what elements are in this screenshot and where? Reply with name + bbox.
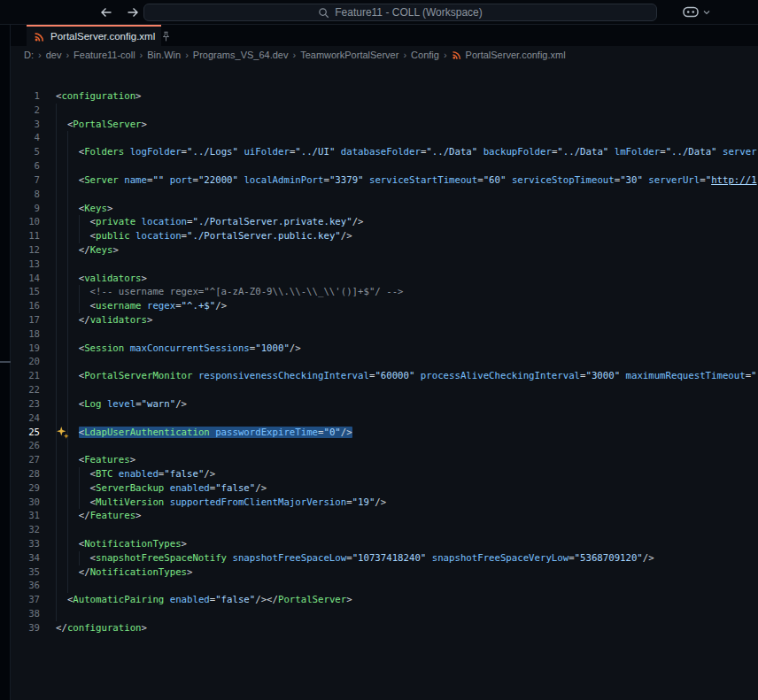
- line-number[interactable]: 38: [11, 607, 40, 621]
- line-number[interactable]: 6: [11, 159, 40, 173]
- line-number[interactable]: 39: [11, 621, 40, 635]
- code-line-content[interactable]: <snapshotFreeSpaceNotify snapshotFreeSpa…: [40, 551, 758, 565]
- line-number[interactable]: 25: [11, 426, 40, 440]
- breadcrumb-item[interactable]: Feature11-coll: [73, 50, 135, 60]
- code-line-content[interactable]: <username regex="^.+$"/>: [40, 299, 758, 313]
- code-line[interactable]: 9 <Keys>: [11, 202, 758, 216]
- code-line[interactable]: 11 <public location="./PortalServer.publ…: [11, 229, 758, 243]
- code-line-content[interactable]: <public location="./PortalServer.public.…: [40, 229, 758, 243]
- line-number[interactable]: 29: [11, 481, 40, 496]
- code-line[interactable]: 20: [11, 355, 758, 369]
- tab-portalserver-config-xml[interactable]: PortalServer.config.xml: [27, 25, 161, 46]
- line-number[interactable]: 34: [11, 551, 40, 565]
- line-number[interactable]: 32: [11, 523, 40, 537]
- line-number[interactable]: 10: [11, 215, 40, 229]
- code-line-content[interactable]: <private location="./PortalServer.privat…: [40, 215, 758, 229]
- code-line-content[interactable]: [40, 327, 758, 342]
- line-number[interactable]: 3: [11, 118, 40, 132]
- breadcrumb-item[interactable]: dev: [46, 50, 62, 60]
- line-number[interactable]: 16: [11, 299, 40, 313]
- line-number[interactable]: 19: [11, 342, 40, 356]
- code-line-content[interactable]: <PortalServerMonitor responsivenessCheck…: [40, 369, 758, 383]
- code-line[interactable]: 13: [11, 258, 758, 272]
- code-line-content[interactable]: <BTC enabled="false"/>: [40, 467, 758, 481]
- line-number[interactable]: 27: [11, 453, 40, 467]
- line-number[interactable]: 24: [11, 412, 40, 426]
- pin-icon[interactable]: [160, 31, 172, 42]
- code-line-content[interactable]: <validators>: [40, 272, 758, 286]
- code-line-content[interactable]: </NotificationTypes>: [40, 565, 758, 580]
- code-line[interactable]: 18: [11, 327, 758, 342]
- line-number[interactable]: 36: [11, 579, 40, 593]
- code-line[interactable]: 6: [11, 159, 758, 173]
- code-line-content[interactable]: </Features>: [40, 509, 758, 523]
- code-line[interactable]: 26: [11, 439, 758, 453]
- code-line-content[interactable]: </configuration>: [40, 621, 758, 635]
- code-line-content[interactable]: </validators>: [40, 313, 758, 327]
- code-line[interactable]: 38: [11, 607, 758, 621]
- link-text[interactable]: http://1: [711, 174, 756, 186]
- line-number[interactable]: 7: [11, 173, 40, 188]
- copilot-button[interactable]: [682, 4, 710, 19]
- code-line[interactable]: 14 <validators>: [11, 272, 758, 286]
- code-line-content[interactable]: <ServerBackup enabled="false"/>: [40, 481, 758, 496]
- code-line[interactable]: 5 <Folders logFolder="../Logs" uiFolder=…: [11, 145, 758, 159]
- collapsed-sidebar-strip[interactable]: [0, 25, 11, 700]
- line-number[interactable]: 17: [11, 313, 40, 327]
- line-number[interactable]: 11: [11, 229, 40, 243]
- code-line-content[interactable]: [40, 104, 758, 118]
- code-line[interactable]: 1<configuration>: [11, 89, 758, 104]
- code-line-content[interactable]: [40, 131, 758, 145]
- code-line-content[interactable]: [40, 188, 758, 202]
- code-line-content[interactable]: <configuration>: [40, 89, 758, 104]
- line-number[interactable]: 14: [11, 272, 40, 286]
- line-number[interactable]: 26: [11, 439, 40, 453]
- code-line-content[interactable]: <PortalServer>: [40, 118, 758, 132]
- code-line[interactable]: 16 <username regex="^.+$"/>: [11, 299, 758, 313]
- code-line[interactable]: 8: [11, 188, 758, 202]
- command-center-search[interactable]: Feature11 - COLL (Workspace): [143, 4, 657, 21]
- code-line-content[interactable]: <Keys>: [40, 202, 758, 216]
- code-line[interactable]: 35 </NotificationTypes>: [11, 565, 758, 580]
- code-line-content[interactable]: <AutomaticPairing enabled="false"/></Por…: [40, 593, 758, 607]
- code-line-content[interactable]: <LdapUserAuthentication passwordExpireTi…: [40, 426, 758, 440]
- code-line[interactable]: 4: [11, 131, 758, 145]
- code-line[interactable]: 10 <private location="./PortalServer.pri…: [11, 215, 758, 229]
- line-number[interactable]: 30: [11, 496, 40, 510]
- line-number[interactable]: 15: [11, 285, 40, 299]
- code-line-content[interactable]: [40, 159, 758, 173]
- code-line-content[interactable]: <Session maxConcurrentSessions="1000"/>: [40, 342, 758, 356]
- line-number[interactable]: 9: [11, 202, 40, 216]
- line-number[interactable]: 37: [11, 593, 40, 607]
- breadcrumb-item[interactable]: Bin.Win: [147, 50, 181, 60]
- code-line-content[interactable]: [40, 579, 758, 593]
- code-line[interactable]: 15 <!-- username regex="^[a-zA-Z0-9\\.\\…: [11, 285, 758, 299]
- code-line[interactable]: 33 <NotificationTypes>: [11, 537, 758, 551]
- code-line-content[interactable]: [40, 258, 758, 272]
- code-line-content[interactable]: <Features>: [40, 453, 758, 467]
- code-line-content[interactable]: [40, 523, 758, 537]
- back-arrow-icon[interactable]: [99, 5, 113, 19]
- breadcrumb-item[interactable]: Config: [411, 50, 439, 60]
- code-line[interactable]: 22: [11, 383, 758, 397]
- sash-handle[interactable]: [0, 361, 11, 363]
- code-line-content[interactable]: [40, 439, 758, 453]
- line-number[interactable]: 21: [11, 369, 40, 383]
- line-number[interactable]: 2: [11, 104, 40, 118]
- code-line[interactable]: 29 <ServerBackup enabled="false"/>: [11, 481, 758, 496]
- code-line[interactable]: 34 <snapshotFreeSpaceNotify snapshotFree…: [11, 551, 758, 565]
- line-number[interactable]: 22: [11, 383, 40, 397]
- code-line[interactable]: 2: [11, 104, 758, 118]
- code-editor[interactable]: 1<configuration>23 <PortalServer>45 <Fol…: [11, 64, 758, 700]
- line-number[interactable]: 1: [11, 89, 40, 104]
- code-line[interactable]: 7 <Server name="" port="22000" localAdmi…: [11, 173, 758, 188]
- code-line[interactable]: 19 <Session maxConcurrentSessions="1000"…: [11, 342, 758, 356]
- code-line[interactable]: 27 <Features>: [11, 453, 758, 467]
- line-number[interactable]: 28: [11, 467, 40, 481]
- code-line[interactable]: 25 <LdapUserAuthentication passwordExpir…: [11, 426, 758, 440]
- copilot-sparkle-icon[interactable]: [57, 427, 69, 439]
- code-line[interactable]: 37 <AutomaticPairing enabled="false"/></…: [11, 593, 758, 607]
- code-line[interactable]: 17 </validators>: [11, 313, 758, 327]
- breadcrumb-item[interactable]: TeamworkPortalServer: [300, 50, 398, 60]
- breadcrumb-item[interactable]: Programs_VS_64.dev: [193, 50, 289, 60]
